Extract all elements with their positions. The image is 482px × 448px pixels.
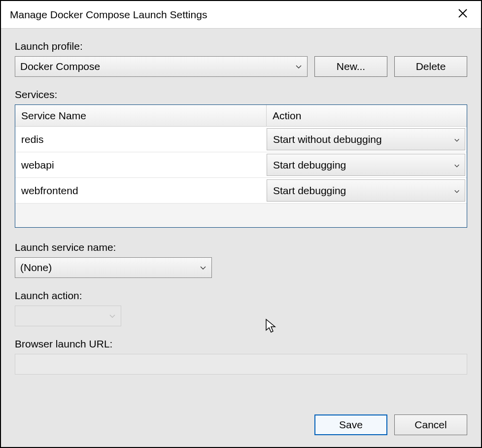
service-name-cell[interactable]: webapi <box>15 152 267 177</box>
service-action-select[interactable]: Start debugging <box>267 179 465 202</box>
close-icon <box>458 8 468 21</box>
new-profile-button[interactable]: New... <box>314 56 387 77</box>
launch-service-section: Launch service name: (None) <box>15 241 467 278</box>
service-action-select[interactable]: Start debugging <box>267 154 465 176</box>
table-row: webapi Start debugging <box>15 152 467 178</box>
browser-url-section: Browser launch URL: <box>15 338 467 375</box>
service-action-value: Start debugging <box>273 159 346 171</box>
chevron-down-icon <box>454 134 460 145</box>
service-action-value: Start debugging <box>273 185 346 197</box>
chevron-down-icon <box>295 61 302 72</box>
col-header-action[interactable]: Action <box>267 105 467 127</box>
titlebar: Manage Docker Compose Launch Settings <box>1 1 481 29</box>
launch-service-name-label: Launch service name: <box>15 241 467 253</box>
table-row: redis Start without debugging <box>15 127 467 152</box>
col-header-service-name[interactable]: Service Name <box>15 105 267 127</box>
new-button-label: New... <box>337 61 365 72</box>
table-header-row: Service Name Action <box>15 105 467 127</box>
launch-profile-label: Launch profile: <box>15 40 467 52</box>
services-label: Services: <box>15 89 467 101</box>
launch-action-label: Launch action: <box>15 290 467 302</box>
launch-profile-select[interactable]: Docker Compose <box>15 56 308 77</box>
browser-url-label: Browser launch URL: <box>15 338 467 350</box>
save-button-label: Save <box>339 419 363 431</box>
launch-service-name-value: (None) <box>20 262 52 274</box>
launch-action-section: Launch action: <box>15 290 467 326</box>
window-title: Manage Docker Compose Launch Settings <box>10 9 451 21</box>
services-table: Service Name Action redis Start without … <box>15 104 467 228</box>
close-button[interactable] <box>451 5 474 25</box>
service-action-value: Start without debugging <box>273 134 382 145</box>
chevron-down-icon <box>454 159 460 171</box>
save-button[interactable]: Save <box>314 414 387 435</box>
launch-action-select <box>15 306 121 326</box>
service-name-cell[interactable]: redis <box>15 127 267 152</box>
launch-profile-value: Docker Compose <box>20 61 100 72</box>
chevron-down-icon <box>200 262 207 274</box>
cancel-button[interactable]: Cancel <box>394 414 467 435</box>
dialog-body: Launch profile: Docker Compose New... De… <box>1 29 481 447</box>
cancel-button-label: Cancel <box>414 419 447 431</box>
delete-button-label: Delete <box>416 61 446 72</box>
chevron-down-icon <box>109 310 116 322</box>
table-row: webfrontend Start debugging <box>15 178 467 204</box>
chevron-down-icon <box>454 185 460 197</box>
dialog-footer: Save Cancel <box>314 414 467 435</box>
launch-service-name-select[interactable]: (None) <box>15 257 212 278</box>
service-action-select[interactable]: Start without debugging <box>267 128 465 150</box>
launch-profile-row: Docker Compose New... Delete <box>15 56 467 77</box>
table-empty-area <box>15 204 467 227</box>
dialog-window: Manage Docker Compose Launch Settings La… <box>0 0 482 448</box>
service-name-cell[interactable]: webfrontend <box>15 178 267 203</box>
delete-profile-button[interactable]: Delete <box>394 56 467 77</box>
browser-url-input <box>15 354 467 375</box>
